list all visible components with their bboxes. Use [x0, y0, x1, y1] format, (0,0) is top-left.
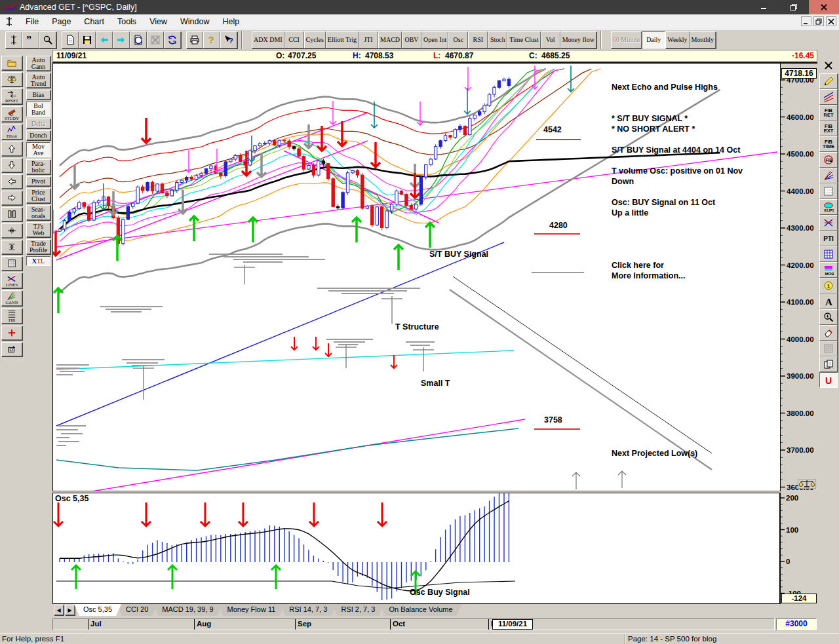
compress-vertical-button[interactable]: [1, 240, 22, 254]
mob-bands-tool-button[interactable]: MOB: [819, 262, 838, 278]
cross-lines-button[interactable]: LINES: [1, 273, 22, 288]
study-vol[interactable]: Vol: [541, 31, 560, 48]
fib-ret-tool-button[interactable]: FIB RET: [819, 105, 838, 121]
tab-scroll-right[interactable]: ▶: [65, 605, 75, 615]
tab-scroll-left[interactable]: ◀: [54, 605, 64, 615]
menu-tools[interactable]: Tools: [111, 16, 143, 28]
period-monthly[interactable]: Monthly: [690, 31, 716, 48]
menu-page[interactable]: Page: [45, 16, 77, 28]
reset-arrows-button[interactable]: RESET: [1, 88, 22, 104]
folder-open-button[interactable]: [1, 56, 22, 70]
grid-dots-tool-button[interactable]: [819, 183, 838, 199]
study-stoch[interactable]: Stoch: [488, 31, 507, 48]
fib-ext-tool-button[interactable]: FIB EXT: [819, 121, 838, 136]
period-weekly[interactable]: Weekly: [665, 31, 689, 48]
study-macd[interactable]: MACD: [378, 31, 402, 48]
grid-button[interactable]: [1, 256, 22, 271]
ellipse-tool-tool-button[interactable]: ELIPS: [819, 199, 838, 215]
sidebar-study-xtl[interactable]: XTL: [26, 256, 50, 266]
zoom-in-tool-button[interactable]: [819, 309, 838, 325]
sidebar-study-trade-profile[interactable]: Trade Profile: [26, 239, 50, 254]
minimize-button[interactable]: [749, 0, 779, 14]
red-crosshair-button[interactable]: [1, 326, 22, 340]
save-button[interactable]: [79, 31, 96, 48]
sidebar-study-tj-s-web[interactable]: TJ's Web: [26, 222, 50, 237]
quotes-button[interactable]: ”: [22, 31, 39, 48]
sidebar-study-seas-onals[interactable]: Seas-onals: [26, 205, 50, 220]
tab-rsi-2-7-3[interactable]: RSI 2, 7, 3: [332, 604, 384, 616]
sidebar-study-para-bolic[interactable]: Para-bolic: [26, 159, 50, 174]
sidebar-study-mov-ave[interactable]: Mov Ave: [26, 142, 50, 157]
sidebar-study-bol-band[interactable]: Bol Band: [26, 102, 50, 117]
study-cci[interactable]: CCI: [284, 31, 304, 48]
money-1-tool-button[interactable]: 1: [819, 278, 838, 294]
menu-window[interactable]: Window: [174, 16, 216, 28]
more-info-link[interactable]: Click here for: [612, 261, 664, 270]
pin-button[interactable]: [5, 31, 22, 48]
period-60-minute[interactable]: 60 Minute: [611, 31, 642, 48]
tab-osc-5-35[interactable]: Osc 5,35: [74, 604, 121, 616]
fan-lines-tool-button[interactable]: [819, 168, 838, 183]
study-jti[interactable]: JTI: [359, 31, 378, 48]
date-box[interactable]: 11/09/21: [492, 619, 533, 630]
tab-on-balance-volume[interactable]: On Balance Volume: [380, 604, 461, 616]
study-money-flow[interactable]: Money flow: [560, 31, 596, 48]
telescope-button[interactable]: STUDY: [1, 106, 22, 122]
eraser-tool-button[interactable]: [819, 325, 838, 341]
split-vertical-button[interactable]: [1, 207, 22, 221]
menu-view[interactable]: View: [143, 16, 174, 28]
sidebar-study-bias[interactable]: Bias: [26, 90, 50, 100]
tab-money-flow-11[interactable]: Money Flow 11: [218, 604, 285, 616]
fib-time-tool-button[interactable]: FIB TIME: [819, 136, 838, 152]
tab-macd-19-39-9[interactable]: MACD 19, 39, 9: [153, 604, 222, 616]
crossed-lines-tool-button[interactable]: [819, 215, 838, 231]
sidebar-study-auto-gann[interactable]: Auto Gann: [26, 56, 50, 71]
doc-new-button[interactable]: [62, 31, 79, 48]
study-rsi[interactable]: RSI: [468, 31, 488, 48]
study-open-int[interactable]: Open Int: [421, 31, 448, 48]
menu-file[interactable]: File: [19, 16, 45, 28]
trend-lines-tool-button[interactable]: [819, 89, 838, 105]
arrow-up-button[interactable]: [1, 142, 22, 156]
back-arrow-button[interactable]: [96, 31, 113, 48]
study-time-clust[interactable]: Time Clust: [507, 31, 540, 48]
magnet-u-tool-button[interactable]: U: [819, 372, 838, 388]
period-daily[interactable]: Daily: [642, 31, 665, 48]
grid-blue-tool-button[interactable]: [819, 246, 838, 262]
sidebar-study-pivot[interactable]: Pivot: [26, 176, 50, 186]
fib-lines-button[interactable]: FIB: [1, 308, 22, 324]
elliott-wave-button[interactable]: Elliott: [1, 124, 22, 140]
mdi-minimize-button[interactable]: [801, 16, 811, 26]
arrow-right-button[interactable]: [1, 191, 22, 205]
printer-button[interactable]: [186, 31, 203, 48]
pattern-tool-button[interactable]: [819, 341, 838, 356]
letter-a-tool-button[interactable]: A: [819, 294, 838, 309]
gears-button[interactable]: [164, 31, 181, 48]
forward-arrow-button[interactable]: [113, 31, 130, 48]
sidebar-study-donch[interactable]: Donch: [26, 130, 50, 140]
split-horizontal-button[interactable]: [1, 223, 22, 238]
tab-cci-20[interactable]: CCI 20: [117, 604, 157, 616]
arrow-down-button[interactable]: [1, 158, 22, 172]
study-osc[interactable]: Osc: [448, 31, 468, 48]
context-help-button[interactable]: ?: [220, 31, 237, 48]
scale-mode-icon[interactable]: [798, 479, 816, 489]
mdi-restore-button[interactable]: [813, 16, 824, 26]
pti-tool-button[interactable]: PTI: [819, 231, 838, 246]
doc-sync-button[interactable]: [130, 31, 147, 48]
study-adx-dmi[interactable]: ADX DMI: [252, 31, 284, 48]
restore-button[interactable]: [779, 0, 809, 14]
more-info-link-2[interactable]: More Information...: [612, 271, 686, 280]
close-button[interactable]: [809, 0, 839, 14]
study-obv[interactable]: OBV: [402, 31, 421, 48]
magnifier-button[interactable]: [39, 31, 56, 48]
x-grid-button[interactable]: [147, 31, 164, 48]
sidebar-study-auto-trend[interactable]: Auto Trend: [26, 73, 50, 88]
study-cycles[interactable]: Cycles: [304, 31, 326, 48]
mdi-close-button[interactable]: [826, 16, 836, 26]
export-chart-button[interactable]: [1, 342, 22, 356]
pencil-tool-button[interactable]: [819, 73, 838, 89]
menu-help[interactable]: Help: [216, 16, 246, 28]
arrow-left-button[interactable]: [1, 174, 22, 189]
study-elliott-trig[interactable]: Elliott Trig: [326, 31, 359, 48]
